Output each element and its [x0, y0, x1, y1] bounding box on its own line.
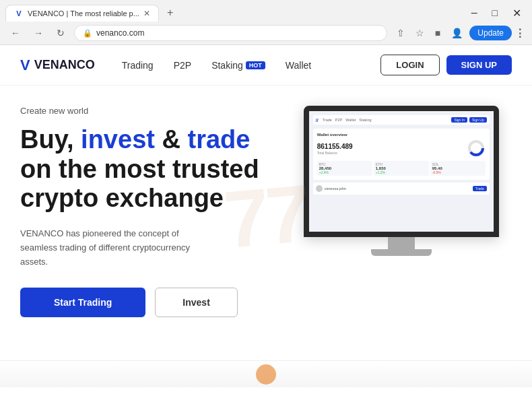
nav-actions: LOGIN SIGN UP	[380, 55, 512, 75]
hero-title-trade: trade	[187, 125, 250, 154]
toolbar-actions: ⇧ ☆ ■ 👤 Update ⋮	[393, 25, 525, 41]
start-trading-button[interactable]: Start Trading	[20, 288, 145, 317]
monitor-mockup: // Trade P2P Wallet Staking Sign In Sign…	[304, 106, 499, 256]
hero-title-part4: crypto exchange	[20, 184, 224, 212]
close-button[interactable]: ✕	[507, 5, 527, 21]
nav-links: Trading P2P Staking HOT Wallet	[122, 60, 381, 71]
window-controls: – □ ✕	[466, 5, 527, 21]
browser-chrome: V VENANCO | The most reliable p... ✕ + –…	[0, 0, 532, 45]
logo-icon: V	[20, 57, 30, 74]
screen-stat-change-3: -0.5%	[432, 170, 484, 174]
address-bar[interactable]: 🔒 venanco.com	[74, 25, 387, 41]
screen-topbar: // Trade P2P Wallet Staking Sign In Sign…	[313, 115, 490, 125]
nav-staking-label: Staking	[211, 60, 243, 71]
screen-logo: //	[316, 118, 319, 123]
forward-button[interactable]: →	[30, 26, 47, 40]
screen-user-row: vanessa.john Trade	[316, 185, 487, 192]
maximize-button[interactable]: □	[487, 6, 503, 20]
hero-left: Create new world Buy, invest & trade on …	[20, 106, 291, 317]
nav-staking[interactable]: Staking HOT	[211, 60, 265, 71]
profile-icon[interactable]: 👤	[447, 25, 467, 41]
screen-avatar	[316, 185, 323, 192]
login-button[interactable]: LOGIN	[380, 55, 439, 75]
screen-stat-1: BTC 28,450 +2.4%	[317, 161, 372, 176]
screen-wallet-title: Wallet overview	[317, 133, 486, 137]
screen-stat-2: ETH 1,830 +1.2%	[374, 161, 429, 176]
back-button[interactable]: ←	[7, 26, 24, 40]
share-icon[interactable]: ⇧	[393, 25, 409, 41]
website-content: 77 V VENANCO Trading P2P Staking HOT Wal…	[0, 45, 532, 387]
hero-title-part3: on the most trusted	[20, 155, 259, 183]
extensions-icon[interactable]: ■	[431, 25, 444, 41]
screen-nav-item-3: Wallet	[345, 118, 356, 122]
monitor-screen: // Trade P2P Wallet Staking Sign In Sign…	[304, 106, 499, 237]
hero-section: Create new world Buy, invest & trade on …	[0, 86, 532, 387]
bottom-decorative-circle	[256, 364, 276, 385]
tab-favicon: V	[14, 9, 24, 18]
hero-title-invest: invest	[81, 125, 155, 154]
minimize-button[interactable]: –	[466, 5, 483, 20]
nav-p2p[interactable]: P2P	[174, 60, 191, 71]
hot-badge: HOT	[246, 61, 265, 69]
hero-subtitle: Create new world	[20, 106, 277, 116]
screen-username: vanessa.john	[325, 187, 346, 191]
monitor-stand-neck	[388, 237, 415, 249]
screen-nav-item-1: Trade	[323, 118, 332, 122]
hero-right: // Trade P2P Wallet Staking Sign In Sign…	[291, 106, 512, 256]
site-navbar: V VENANCO Trading P2P Staking HOT Wallet…	[0, 45, 532, 86]
logo-text: VENANCO	[34, 58, 95, 72]
tab-close-button[interactable]: ✕	[143, 9, 150, 18]
screen-signin-btn: Sign In	[451, 117, 467, 123]
screen-wallet-panel: Wallet overview 861155.489 Total Balance	[313, 129, 490, 180]
screen-balance-area: 861155.489 Total Balance	[317, 143, 353, 155]
screen-signup-btn: Sign Up	[469, 117, 487, 123]
screen-donut-chart	[467, 139, 486, 158]
nav-trading[interactable]: Trading	[122, 60, 154, 71]
browser-titlebar: V VENANCO | The most reliable p... ✕ + –…	[0, 0, 532, 22]
screen-balance-label: Total Balance	[317, 151, 353, 155]
screen-stat-change-2: +1.2%	[376, 170, 427, 174]
update-button[interactable]: Update	[469, 26, 512, 40]
hero-title-part2: &	[155, 125, 188, 154]
reload-button[interactable]: ↻	[53, 26, 69, 40]
address-text: venanco.com	[96, 28, 378, 38]
bookmark-icon[interactable]: ☆	[411, 25, 428, 41]
monitor-stand-base	[371, 249, 432, 256]
hero-title: Buy, invest & trade on the most trusted …	[20, 125, 277, 213]
site-logo[interactable]: V VENANCO	[20, 57, 95, 74]
screen-stat-change-1: +2.4%	[319, 170, 370, 174]
security-lock-icon: 🔒	[83, 29, 92, 38]
screen-nav-item-2: P2P	[335, 118, 342, 122]
screen-stat-3: SOL 95.40 -0.5%	[430, 161, 486, 176]
more-options-icon[interactable]: ⋮	[514, 27, 525, 40]
invest-button[interactable]: Invest	[155, 288, 237, 317]
hero-description: VENANCO has pioneered the concept of sea…	[20, 227, 202, 269]
screen-actions: Sign In Sign Up	[451, 117, 486, 123]
signup-button[interactable]: SIGN UP	[446, 55, 512, 75]
hero-title-part1: Buy,	[20, 125, 81, 154]
browser-tab[interactable]: V VENANCO | The most reliable p... ✕	[5, 5, 159, 22]
screen-nav: Trade P2P Wallet Staking	[323, 118, 372, 122]
hero-buttons: Start Trading Invest	[20, 288, 277, 317]
new-tab-button[interactable]: +	[162, 4, 178, 22]
screen-stats-row: BTC 28,450 +2.4% ETH 1,830 +1.2%	[317, 161, 486, 176]
bottom-section-peek	[0, 360, 532, 387]
tab-title: VENANCO | The most reliable p...	[28, 9, 139, 18]
screen-nav-item-4: Staking	[359, 118, 371, 122]
screen-balance: 861155.489	[317, 143, 353, 150]
screen-content: // Trade P2P Wallet Staking Sign In Sign…	[309, 111, 494, 232]
screen-user-panel: vanessa.john Trade	[313, 183, 490, 195]
screen-trade-btn: Trade	[473, 186, 487, 191]
browser-toolbar: ← → ↻ 🔒 venanco.com ⇧ ☆ ■ 👤 Update ⋮	[0, 22, 532, 44]
nav-wallet[interactable]: Wallet	[286, 60, 311, 71]
